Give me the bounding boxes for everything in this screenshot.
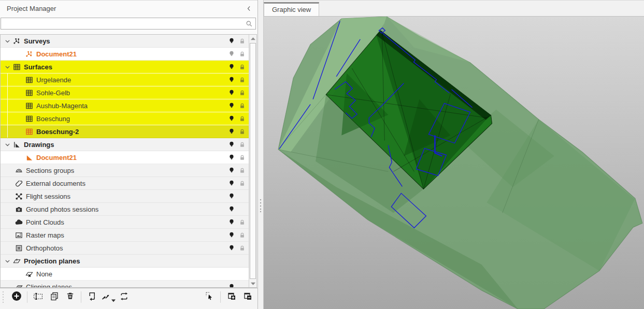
visibility-bulb-icon[interactable]	[226, 139, 237, 150]
lock-icon[interactable]	[237, 152, 247, 163]
visibility-bulb-icon[interactable]	[226, 191, 237, 201]
visibility-bulb-icon[interactable]	[226, 165, 237, 175]
rename-button[interactable]	[31, 290, 45, 304]
tree-item-label: Projection planes	[24, 257, 80, 265]
tree-row-orthophotos-16[interactable]: Orthophotos	[1, 242, 249, 255]
tree-row-point-clouds-14[interactable]: Point Clouds	[1, 216, 249, 229]
reload-button[interactable]	[117, 290, 131, 304]
paperclip-icon	[14, 179, 23, 187]
lock-icon[interactable]	[237, 178, 247, 188]
lock-icon[interactable]	[237, 100, 247, 111]
tree-row-none-18[interactable]: None	[1, 268, 249, 281]
pick-in-view-button[interactable]	[203, 290, 217, 304]
tree-row-boeschung-6[interactable]: Boeschung	[1, 112, 249, 125]
visibility-bulb-icon[interactable]	[226, 126, 237, 137]
graphic-view-canvas[interactable]	[264, 16, 644, 309]
toolbar-separator	[81, 291, 81, 303]
expander-chevron-down-icon[interactable]	[3, 62, 12, 71]
collapse-panel-button[interactable]	[244, 4, 253, 13]
visibility-bulb-icon[interactable]	[226, 243, 237, 253]
convert-button[interactable]	[101, 290, 115, 304]
tree-row-drawings-8[interactable]: Drawings	[1, 138, 249, 151]
lock-slot-empty	[237, 282, 247, 287]
lock-icon[interactable]	[237, 243, 247, 253]
expander-chevron-down-icon[interactable]	[3, 36, 12, 46]
visibility-bulb-icon[interactable]	[226, 178, 237, 188]
tree-row-projection-planes-17[interactable]: Projection planes	[1, 255, 249, 268]
splitter-grip-icon	[260, 199, 262, 214]
clipplane-icon	[14, 283, 23, 287]
copy-button[interactable]	[47, 290, 61, 304]
expander-chevron-down-icon[interactable]	[3, 140, 12, 149]
lock-icon[interactable]	[237, 62, 247, 72]
setsquare-filled-icon	[24, 153, 34, 161]
tree-item-label: Sections groups	[26, 167, 74, 174]
visibility-bulb-icon[interactable]	[226, 204, 237, 214]
visibility-bulb-icon[interactable]	[226, 75, 237, 85]
visibility-bulb-icon[interactable]	[226, 87, 237, 98]
tree-toolbar	[0, 288, 257, 309]
collapse-all-button[interactable]	[240, 290, 254, 304]
lock-icon[interactable]	[237, 217, 247, 227]
search-input[interactable]	[1, 18, 256, 30]
tree-row-raster-maps-15[interactable]: Raster maps	[1, 229, 249, 242]
visibility-bulb-icon[interactable]	[226, 113, 237, 124]
tree-item-label: Orthophotos	[26, 244, 63, 252]
add-object-button[interactable]	[9, 290, 23, 304]
tab-graphic-view[interactable]: Graphic view	[264, 2, 319, 17]
visibility-bulb-icon[interactable]	[226, 100, 237, 111]
visibility-bulb-icon[interactable]	[226, 49, 237, 59]
tree-item-label: Document21	[36, 154, 77, 161]
panel-splitter[interactable]	[257, 0, 264, 309]
search-icon[interactable]	[246, 20, 253, 30]
tree-row-urgelaende-3[interactable]: Urgelaende	[1, 73, 249, 86]
visibility-bulb-icon[interactable]	[226, 152, 237, 163]
tree-row-clipping-planes-19[interactable]: Clipping planes	[1, 281, 249, 287]
tree-row-flight-sessions-12[interactable]: Flight sessions	[1, 190, 249, 203]
visibility-bulb-icon[interactable]	[226, 230, 237, 240]
visibility-bulb-icon[interactable]	[226, 36, 237, 46]
lock-icon[interactable]	[237, 36, 247, 46]
tree-item-label: Drawings	[24, 141, 54, 149]
lock-icon[interactable]	[237, 230, 247, 240]
lock-icon[interactable]	[237, 87, 247, 98]
lock-icon[interactable]	[237, 113, 247, 124]
scroll-up-button[interactable]	[249, 35, 256, 42]
tree-row-surfaces-2[interactable]: Surfaces	[1, 61, 249, 73]
visibility-bulb-icon[interactable]	[226, 217, 237, 227]
tree-rows: SurveysDocument21SurfacesUrgelaendeSohle…	[1, 35, 249, 287]
import-button[interactable]	[85, 290, 99, 304]
lock-icon[interactable]	[237, 126, 247, 137]
tree-row-document21-9[interactable]: Document21	[1, 151, 249, 164]
tree-item-label: None	[36, 270, 52, 278]
cloud-icon	[14, 218, 23, 226]
main-area: Graphic view	[264, 0, 644, 309]
lock-icon[interactable]	[237, 49, 247, 59]
toolbar-right-group	[202, 290, 255, 304]
lock-icon[interactable]	[237, 75, 247, 85]
expander-chevron-down-icon[interactable]	[3, 256, 12, 266]
traverse-icon	[12, 37, 21, 45]
expand-all-button[interactable]	[224, 290, 238, 304]
scroll-down-button[interactable]	[249, 279, 256, 287]
tree-row-boeschung-2-7[interactable]: Boeschung-2	[1, 125, 249, 138]
scrollbar-thumb[interactable]	[250, 43, 256, 279]
tree-scrollbar[interactable]	[249, 35, 256, 287]
tree-row-external-documents-11[interactable]: External documents	[1, 177, 249, 190]
visibility-bulb-icon[interactable]	[226, 62, 237, 72]
tree-row-surveys-0[interactable]: Surveys	[1, 35, 249, 48]
tree-row-aushub-magenta-5[interactable]: Aushub-Magenta	[1, 99, 249, 112]
visibility-bulb-icon[interactable]	[226, 282, 237, 287]
tree-item-label: Aushub-Magenta	[36, 102, 88, 110]
lock-icon[interactable]	[237, 139, 247, 150]
visibility-slot-empty	[226, 269, 237, 279]
tree-row-sections-groups-10[interactable]: Sections groups	[1, 164, 249, 177]
expand-icon	[227, 291, 236, 303]
toolbar-grip-icon[interactable]	[1, 291, 5, 303]
tree-row-document21-1[interactable]: Document21	[1, 48, 249, 61]
tree-row-sohle-gelb-4[interactable]: Sohle-Gelb	[1, 86, 249, 99]
grid-icon	[24, 101, 34, 110]
tree-row-ground-photos-sessions-13[interactable]: Ground photos sessions	[1, 203, 249, 216]
delete-button[interactable]	[63, 290, 77, 304]
lock-icon[interactable]	[237, 165, 247, 175]
